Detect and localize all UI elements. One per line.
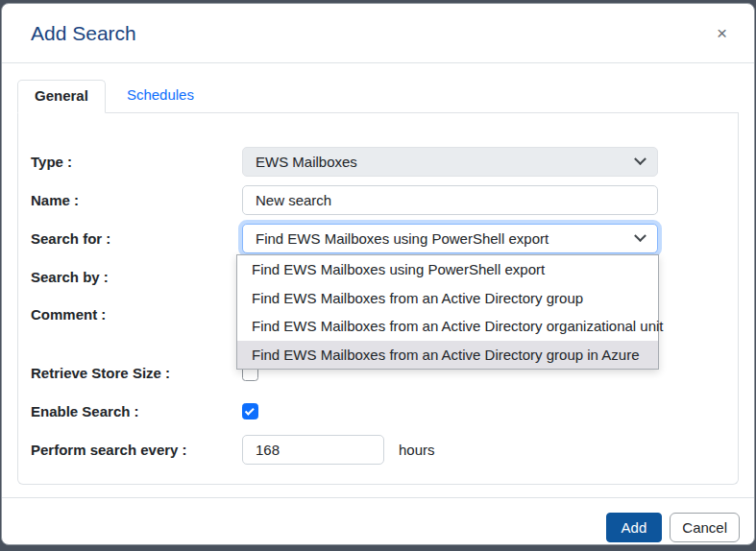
- chevron-down-icon: [634, 153, 646, 165]
- dropdown-option[interactable]: Find EWS Mailboxes from an Active Direct…: [237, 312, 658, 341]
- enable-search-label: Enable Search :: [31, 402, 242, 421]
- add-search-dialog: Add Search × General Schedules Type : EW…: [1, 3, 755, 545]
- general-tab-panel: Type : EWS Mailboxes Name : Search for :…: [17, 113, 739, 485]
- search-by-label: Search by :: [31, 268, 242, 287]
- check-icon: [245, 406, 255, 416]
- chevron-down-icon: [634, 229, 646, 242]
- type-label: Type :: [31, 153, 242, 172]
- perform-search-every-row: Perform search every : hours: [31, 435, 725, 465]
- dropdown-option[interactable]: Find EWS Mailboxes from an Active Direct…: [237, 284, 658, 313]
- dropdown-option[interactable]: Find EWS Mailboxes from an Active Direct…: [237, 341, 658, 370]
- search-for-select-value: Find EWS Mailboxes using PowerShell expo…: [256, 230, 549, 247]
- name-label: Name :: [31, 191, 242, 210]
- cancel-button[interactable]: Cancel: [670, 513, 740, 542]
- close-icon[interactable]: ×: [717, 24, 727, 42]
- hours-unit-label: hours: [399, 442, 435, 458]
- search-for-select[interactable]: Find EWS Mailboxes using PowerShell expo…: [242, 224, 658, 253]
- dropdown-option[interactable]: Find EWS Mailboxes using PowerShell expo…: [237, 255, 658, 284]
- type-row: Type : EWS Mailboxes: [31, 147, 725, 177]
- name-row: Name :: [31, 185, 725, 215]
- tab-general[interactable]: General: [17, 80, 106, 113]
- dialog-header: Add Search ×: [2, 4, 754, 63]
- search-for-label: Search for :: [31, 229, 242, 249]
- comment-label: Comment :: [31, 305, 242, 324]
- dialog-body: General Schedules Type : EWS Mailboxes N…: [2, 63, 754, 485]
- perform-search-every-input[interactable]: [242, 435, 384, 465]
- tab-schedules[interactable]: Schedules: [106, 80, 215, 112]
- add-button[interactable]: Add: [606, 513, 663, 542]
- dialog-title: Add Search: [31, 22, 136, 45]
- name-input[interactable]: [242, 185, 658, 215]
- type-select-value: EWS Mailboxes: [256, 154, 357, 170]
- search-for-dropdown-menu: Find EWS Mailboxes using PowerShell expo…: [236, 254, 659, 370]
- type-select[interactable]: EWS Mailboxes: [242, 147, 658, 177]
- search-for-row: Search for : Find EWS Mailboxes using Po…: [31, 224, 725, 253]
- perform-search-every-label: Perform search every :: [31, 441, 242, 460]
- enable-search-checkbox[interactable]: [242, 403, 258, 419]
- dialog-footer: Add Cancel: [2, 497, 754, 545]
- tab-bar: General Schedules: [17, 80, 739, 113]
- enable-search-row: Enable Search :: [31, 396, 725, 426]
- retrieve-store-size-label: Retrieve Store Size :: [31, 364, 242, 383]
